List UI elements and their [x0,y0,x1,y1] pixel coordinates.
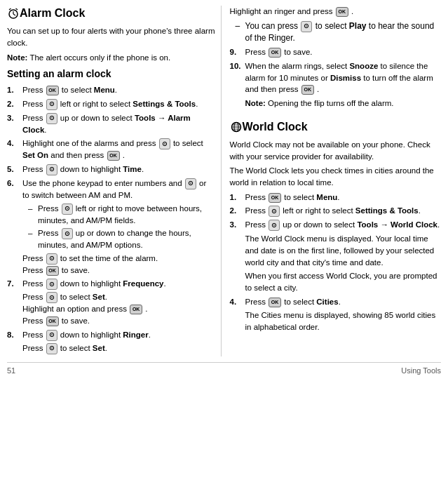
ok-button-s1: OK [46,86,59,95]
alarm-section-header: Alarm Clock [7,6,215,21]
ok-btn-s7b: OK [130,305,142,314]
ok-btn-w4: OK [269,298,281,307]
extra-7b: Highlight an option and press OK . [22,303,215,315]
step-9: 9. Press OK to save. [230,46,442,58]
main-columns: Alarm Clock You can set up to four alert… [7,6,441,356]
sub-bullet-ringer: – You can press ⊙ to select Play to hear… [230,20,442,44]
world-steps-list: 1. Press OK to select Menu. 2. Press ⊙ l… [230,192,442,333]
subsection-title: Setting an alarm clock [7,67,215,81]
nav-btn-s6: ⊙ [185,178,196,189]
sub-bullet-6b: – Press ⊙ up or down to change the hours… [22,227,215,251]
ok-btn-s10: OK [301,85,314,95]
svg-line-4 [16,8,18,10]
world-clock-icon [230,121,243,133]
nav-btn-s3: ⊙ [46,113,57,124]
step-6: 6. Use the phone keypad to enter numbers… [7,178,215,276]
world-step-2: 2. Press ⊙ left or right to select Setti… [230,205,442,217]
extra-6d: Press OK to save. [22,265,215,276]
world-description: The World Clock lets you check times in … [230,165,442,188]
extra-w3b: When you first access World Clock, you a… [245,270,442,293]
highlight-ringer: Highlight an ringer and press OK . [230,6,442,18]
nav-btn-s6b: ⊙ [62,228,73,239]
alarm-steps-list: 1. Press OK to select Menu. 2. Press ⊙ l… [7,84,215,354]
extra-6c: Press ⊙ to set the time of the alarm. [22,253,215,265]
extra-7c: Press OK to save. [22,315,215,327]
step-2: 2. Press ⊙ left or right to select Setti… [7,98,215,110]
alarm-clock-title: Alarm Clock [20,6,85,21]
nav-btn-s5: ⊙ [46,164,57,175]
left-column: Alarm Clock You can set up to four alert… [7,6,222,356]
svg-line-2 [13,14,15,15]
nav-btn-s8: ⊙ [46,330,57,341]
extra-8a: Press ⊙ to select Set. [22,342,215,354]
step-5: 5. Press ⊙ down to highlight Time. [7,164,215,175]
extra-w4a: The Cities menu is displayed, showing 85… [245,309,442,333]
nav-btn-s6a: ⊙ [62,204,73,215]
alarm-clock-icon [7,7,20,20]
sub-bullet-6a: – Press ⊙ left or right to move between … [22,203,215,227]
extra-7a: Press ⊙ to select Set. [22,291,215,303]
step-7: 7. Press ⊙ down to highlight Frequency. … [7,278,215,326]
ok-btn-highlight: OK [336,7,348,17]
world-clock-header: World Clock [230,119,442,135]
step-1: 1. Press OK to select Menu. [7,84,215,96]
footer-section-label: Using Tools [401,366,441,376]
nav-btn-s6c: ⊙ [46,253,57,265]
nav-btn-w2: ⊙ [269,206,280,217]
world-clock-title: World Clock [243,119,308,135]
page-footer: 51 Using Tools [7,362,441,376]
world-step-1: 1. Press OK to select Menu. [230,192,442,204]
ok-btn-w1: OK [269,193,281,203]
world-intro: World Clock may not be available on your… [230,139,442,162]
step-4: 4. Highlight one of the alarms and press… [7,138,215,161]
ok-btn-s6d: OK [46,266,59,276]
step-3: 3. Press ⊙ up or down to select Tools → … [7,112,215,136]
note-label: Note: [7,53,27,62]
ok-btn-s4: OK [107,151,120,161]
extra-w3a: The World Clock menu is displayed. Your … [245,233,442,268]
world-step-3: 3. Press ⊙ up or down to select Tools → … [230,219,442,293]
step-10: 10. When the alarm rings, select Snooze … [230,60,442,112]
nav-btn-s8a: ⊙ [46,343,57,354]
note-10: Note: Opening the flip turns off the ala… [245,98,442,109]
nav-btn-s7a: ⊙ [46,292,57,303]
ok-btn-s9: OK [269,48,281,58]
nav-btn-s4: ⊙ [159,138,170,149]
note-10-text: Opening the flip turns off the alarm. [268,99,393,107]
alarm-note-text: The alert occurs only if the phone is on… [29,53,170,62]
nav-btn-s7: ⊙ [46,279,57,290]
nav-btn-w3: ⊙ [269,220,280,231]
footer-page-num: 51 [7,366,15,376]
ok-btn-s7c: OK [46,316,59,326]
svg-line-3 [9,8,11,10]
nav-btn-s2: ⊙ [46,99,57,110]
page-container: Alarm Clock You can set up to four alert… [7,6,441,376]
nav-btn-ringer: ⊙ [301,21,312,32]
alarm-note: Note: The alert occurs only if the phone… [7,52,215,64]
alarm-intro: You can set up to four alerts with your … [7,25,215,48]
world-step-4: 4. Press OK to select Cities. The Cities… [230,296,442,333]
step-8: 8. Press ⊙ down to highlight Ringer. Pre… [7,329,215,354]
alarm-steps-continued: 9. Press OK to save. 10. When the alarm … [230,46,442,112]
right-column: Highlight an ringer and press OK . – You… [227,6,442,356]
